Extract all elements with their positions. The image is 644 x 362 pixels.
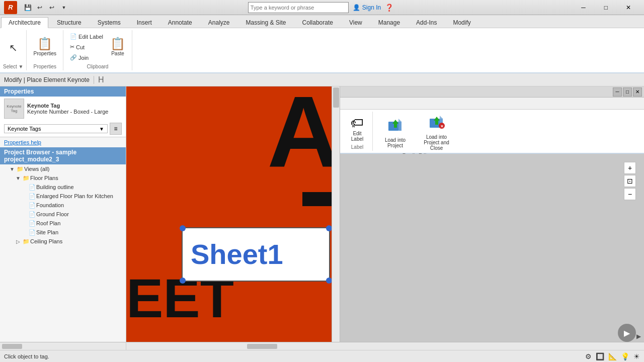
- load-into-project-close-btn[interactable]: ✕ Load intoProject and Close: [417, 113, 456, 153]
- ribbon-group-properties: 📋 Properties Properties: [27, 30, 63, 70]
- edit-label-btn[interactable]: 🏷 EditLabel: [347, 113, 367, 144]
- site-plan-label: Site Plan: [36, 229, 58, 235]
- zoom-out-btn[interactable]: −: [624, 188, 636, 200]
- dropdown-arrow: ▼: [99, 126, 104, 132]
- edit-label-text: EditLabel: [351, 131, 363, 142]
- mode-separator: [94, 76, 94, 84]
- tab-analyze[interactable]: Analyze: [201, 17, 237, 28]
- select-cursor-btn[interactable]: ↖: [3, 40, 23, 55]
- cut-icon: ✂: [70, 44, 74, 50]
- expand-views-icon[interactable]: ▼: [8, 165, 16, 173]
- redo-btn[interactable]: ↩: [46, 2, 57, 13]
- svg-text:✕: ✕: [440, 124, 443, 129]
- play-btn[interactable]: ▶: [618, 324, 636, 342]
- close-btn[interactable]: ✕: [617, 0, 640, 15]
- zoom-controls: + ⊡ −: [624, 162, 636, 200]
- filter-icon: ≡: [114, 125, 117, 132]
- ceiling-plans-label: Ceiling Plans: [30, 238, 62, 244]
- undo-btn[interactable]: ↩: [34, 2, 45, 13]
- help-icon[interactable]: ❓: [385, 4, 393, 12]
- tab-view[interactable]: View: [342, 17, 370, 28]
- h-scrollbar[interactable]: [126, 342, 644, 350]
- tab-architecture[interactable]: Architecture: [1, 17, 48, 28]
- search-input[interactable]: [248, 2, 349, 13]
- sign-in-label[interactable]: Sign In: [362, 4, 381, 11]
- panel-h-scrollbar[interactable]: [0, 342, 126, 350]
- expand-ceiling-icon[interactable]: ▷: [14, 237, 22, 245]
- handle-tl[interactable]: [180, 225, 186, 231]
- properties-btn[interactable]: 📋 Properties: [31, 36, 59, 58]
- mode-bar: Modify | Place Element Keynote H: [0, 73, 644, 86]
- browser-item-site-plan[interactable]: ▷ 📄 Site Plan: [0, 228, 126, 237]
- browser-item-views[interactable]: ▼ 📁 Views (all): [0, 164, 126, 173]
- ribbon-tabs: Architecture Structure Systems Insert An…: [0, 15, 644, 28]
- qa-dropdown[interactable]: ▼: [58, 2, 69, 13]
- properties-panel: Properties KeynoteTag Keynote Tag Keynot…: [0, 86, 126, 137]
- browser-item-floor-plans[interactable]: ▼ 📁 Floor Plans: [0, 173, 126, 183]
- kitchen-icon: 📄: [28, 192, 36, 200]
- browser-item-foundation[interactable]: ▷ 📄 Foundation: [0, 201, 126, 210]
- tab-massing[interactable]: Massing & Site: [238, 17, 294, 28]
- status-icon-2: 🔲: [596, 352, 604, 360]
- ground-floor-icon: 📄: [28, 210, 36, 218]
- sign-in-icon: 👤: [353, 4, 360, 11]
- properties-help-link[interactable]: Properties help: [0, 137, 126, 147]
- status-message: Click object to tag.: [4, 353, 49, 359]
- tab-annotate[interactable]: Annotate: [160, 17, 200, 28]
- copy-btn[interactable]: 📄 Edit Label: [67, 32, 106, 41]
- tab-addins[interactable]: Add-Ins: [409, 17, 444, 28]
- keynote-tags-dropdown[interactable]: Keynote Tags ▼: [4, 124, 108, 133]
- fe-close-btn[interactable]: ✕: [633, 87, 642, 97]
- status-icon-4: 💡: [621, 352, 629, 360]
- fe-minimize-btn[interactable]: ─: [613, 87, 622, 97]
- ribbon-group-select: ↖ Select ▼: [0, 30, 27, 70]
- edit-label-icon: 🏷: [351, 115, 364, 131]
- join-btn[interactable]: 🔗 Join: [67, 53, 106, 62]
- cut-btn[interactable]: ✂ Cut: [67, 42, 106, 52]
- tab-insert[interactable]: Insert: [129, 17, 159, 28]
- status-icon-1: ⚙: [585, 352, 592, 360]
- load-project-icon: [387, 118, 404, 137]
- help-icon-mode[interactable]: H: [98, 75, 104, 84]
- next-arrow[interactable]: ▶: [636, 333, 641, 340]
- browser-item-ceiling-plans[interactable]: ▷ 📁 Ceiling Plans: [0, 237, 126, 246]
- tab-systems[interactable]: Systems: [90, 17, 128, 28]
- tab-structure[interactable]: Structure: [49, 17, 89, 28]
- browser-item-building-outline[interactable]: ▷ 📄 Building outline: [0, 183, 126, 192]
- handle-bl[interactable]: [180, 278, 186, 284]
- dropdown-label: Keynote Tags: [8, 126, 41, 132]
- ceiling-plans-icon: 📁: [22, 237, 30, 245]
- minimize-btn[interactable]: ─: [572, 0, 595, 15]
- browser-item-roof-plan[interactable]: ▷ 📄 Roof Plan: [0, 219, 126, 228]
- cursor-icon: ↖: [9, 42, 18, 54]
- fe-restore-btn[interactable]: □: [623, 87, 632, 97]
- ribbon-group-clipboard: 📄 Edit Label ✂ Cut 🔗 Join 📋 Paste: [63, 30, 132, 70]
- tab-manage[interactable]: Manage: [371, 17, 408, 28]
- type-icon: KeynoteTag: [4, 99, 24, 119]
- tab-collaborate[interactable]: Collaborate: [295, 17, 341, 28]
- maximize-btn[interactable]: □: [595, 0, 617, 15]
- load-into-project-btn[interactable]: Load intoProject: [378, 116, 413, 150]
- v-scroll-thumb: [333, 87, 339, 108]
- tab-modify[interactable]: Modify: [445, 17, 478, 28]
- roof-plan-label: Roof Plan: [36, 220, 60, 226]
- save-btn[interactable]: 💾: [22, 2, 33, 13]
- clipboard-label: Clipboard: [87, 64, 109, 69]
- filter-btn[interactable]: ≡: [110, 123, 122, 135]
- canvas-v-scrollbar[interactable]: [332, 86, 340, 350]
- paste-btn[interactable]: 📋 Paste: [108, 36, 128, 58]
- zoom-extents-btn[interactable]: ⊡: [624, 175, 636, 187]
- browser-item-ground-floor[interactable]: ▷ 📄 Ground Floor: [0, 210, 126, 219]
- expand-floor-plans-icon[interactable]: ▼: [14, 174, 22, 182]
- paste-icon: 📋: [110, 38, 125, 50]
- scrollbar-thumb: [2, 344, 22, 349]
- properties-header: Properties: [0, 86, 126, 97]
- load-project-close-icon: ✕: [429, 115, 445, 134]
- type-value: Keynote Number - Boxed - Large: [27, 109, 122, 115]
- zoom-in-btn[interactable]: +: [624, 162, 636, 174]
- browser-item-enlarged-kitchen[interactable]: ▷ 📄 Enlarged Floor Plan for Kitchen: [0, 192, 126, 201]
- fe-group-family-editor: Load intoProject: [373, 112, 461, 151]
- mode-label: Modify | Place Element Keynote: [4, 76, 90, 83]
- sheet-box[interactable]: ↘ Sheet1: [182, 227, 330, 282]
- status-icon-5: ☀: [633, 352, 640, 360]
